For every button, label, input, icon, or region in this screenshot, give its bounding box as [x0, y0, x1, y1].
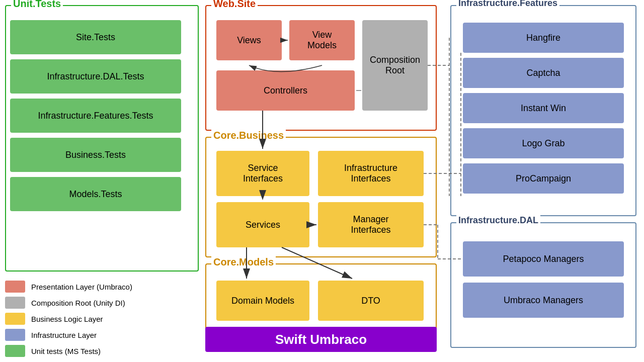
website-label: Web.Site	[211, 0, 258, 10]
legend-label-business: Business Logic Layer	[31, 315, 103, 323]
dto-box: DTO	[318, 281, 424, 321]
viewmodels-box: View Models	[289, 20, 355, 60]
business-tests-box: Business.Tests	[10, 138, 181, 172]
legend-color-presentation	[5, 281, 25, 293]
infra-dal-label: Infrastructure.DAL	[456, 215, 540, 226]
swift-banner: Swift Umbraco	[205, 327, 437, 352]
manager-interfaces-box: Manager Interfaces	[318, 202, 424, 247]
service-interfaces-box: Service Interfaces	[216, 151, 309, 196]
legend-color-business	[5, 313, 25, 325]
corebusiness-label: Core.Business	[211, 130, 286, 141]
services-box: Services	[216, 202, 309, 247]
legend-item-composition: Composition Root (Unity DI)	[5, 297, 199, 309]
procampaign-box: ProCampaign	[463, 163, 624, 194]
infra-dal-tests-box: Infrastructure.DAL.Tests	[10, 59, 181, 94]
legend-label-infrastructure: Infrastructure Layer	[31, 331, 97, 339]
legend-item-unittests: Unit tests (MS Tests)	[5, 345, 199, 357]
legend-item-business: Business Logic Layer	[5, 313, 199, 325]
hangfire-box: Hangfire	[463, 23, 624, 53]
infra-features-label: Infrastructure.Features	[456, 0, 559, 9]
legend-color-infrastructure	[5, 329, 25, 341]
legend-label-presentation: Presentation Layer (Umbraco)	[31, 283, 132, 291]
legend-label-unittests: Unit tests (MS Tests)	[31, 347, 101, 355]
controllers-box: Controllers	[216, 70, 355, 111]
coremodels-label: Core.Models	[211, 256, 276, 268]
legend-item-infrastructure: Infrastructure Layer	[5, 329, 199, 341]
legend-color-unittests	[5, 345, 25, 357]
site-tests-box: Site.Tests	[10, 20, 181, 54]
legend-color-composition	[5, 297, 25, 309]
legend-label-composition: Composition Root (Unity DI)	[31, 299, 125, 307]
umbraco-managers-box: Umbraco Managers	[463, 283, 624, 318]
domain-models-box: Domain Models	[216, 281, 309, 321]
petapoco-managers-box: Petapoco Managers	[463, 241, 624, 277]
diagram-container: Unit.Tests Site.Tests Infrastructure.DAL…	[0, 0, 644, 362]
views-box: Views	[216, 20, 282, 60]
infrastructure-interfaces-box: Infrastructure Interfaces	[318, 151, 424, 196]
composition-root-box: Composition Root	[362, 20, 428, 111]
instant-win-box: Instant Win	[463, 93, 624, 123]
captcha-box: Captcha	[463, 58, 624, 88]
models-tests-box: Models.Tests	[10, 177, 181, 211]
logo-grab-box: Logo Grab	[463, 128, 624, 158]
legend-item-presentation: Presentation Layer (Umbraco)	[5, 281, 199, 293]
infra-features-tests-box: Infrastructure.Features.Tests	[10, 99, 181, 133]
legend: Presentation Layer (Umbraco) Composition…	[5, 281, 199, 361]
unit-tests-label: Unit.Tests	[11, 0, 63, 10]
